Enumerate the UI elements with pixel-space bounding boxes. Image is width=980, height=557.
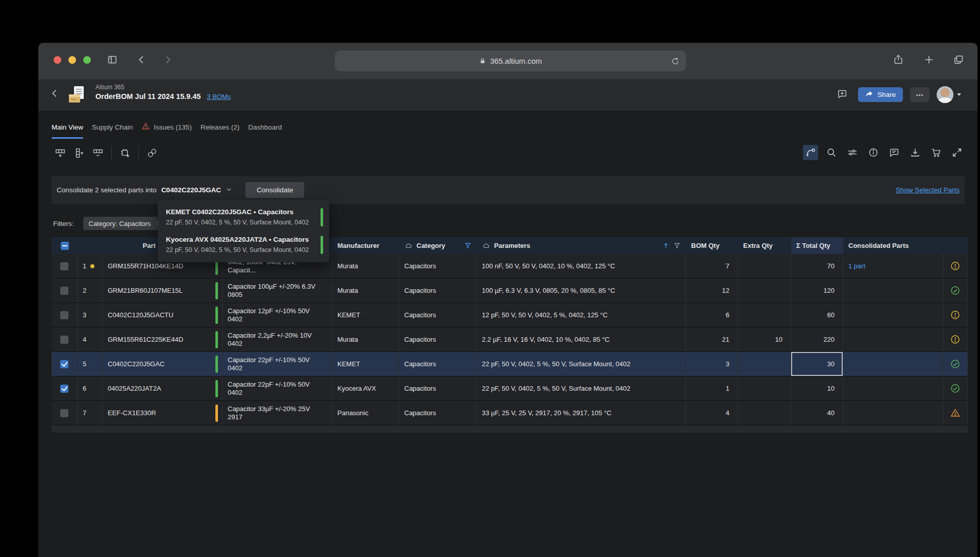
bom-qty-cell[interactable]: 1	[686, 376, 738, 400]
refresh-icon[interactable]	[671, 57, 680, 66]
category-cell[interactable]: Capacitors	[399, 278, 477, 302]
part-number-cell[interactable]: GRM155R61C225KE44D	[103, 327, 223, 351]
minimize-window-button[interactable]	[68, 56, 76, 64]
total-qty-cell[interactable]: 40	[791, 401, 843, 425]
parameters-cell[interactable]: 100 µF, 6.3 V, 6.3 V, 0805, 20 %, 0805, …	[477, 278, 686, 302]
total-qty-cell[interactable]: 10	[791, 376, 843, 400]
bom-qty-cell[interactable]: 12	[686, 278, 738, 302]
description-cell[interactable]: Capacitor 12pF +/-10% 50V 0402	[223, 303, 332, 327]
table-row[interactable]: 604025A220JAT2ACapacitor 22pF +/-10% 50V…	[52, 376, 968, 401]
avatar[interactable]	[937, 86, 953, 103]
description-cell[interactable]: Capacitor 2,2µF +/-20% 10V 0402	[223, 327, 332, 351]
table-row[interactable]: 5C0402C220J5GACCapacitor 22pF +/-10% 50V…	[52, 352, 968, 376]
manufacturer-cell[interactable]: Murata	[332, 254, 399, 278]
share-page-icon[interactable]	[892, 53, 905, 66]
row-checkbox[interactable]	[60, 311, 68, 319]
consolidated-parts-cell[interactable]	[843, 352, 943, 376]
category-cell[interactable]: Capacitors	[399, 352, 477, 376]
boms-link[interactable]: 3 BOMs	[207, 93, 231, 100]
remove-row-icon[interactable]	[91, 146, 105, 160]
parameters-cell[interactable]: 33 µF, 25 V, 25 V, 2917, 20 %, 2917, 105…	[477, 401, 686, 425]
category-cell[interactable]: Capacitors	[399, 327, 477, 351]
browser-back-icon[interactable]	[135, 53, 149, 66]
total-qty-cell[interactable]: 120	[791, 278, 843, 302]
table-row[interactable]: 7EEF-CX1E330RCapacitor 33µF +/-20% 25V 2…	[52, 401, 968, 425]
consolidated-parts-cell[interactable]: 1 part	[843, 254, 943, 278]
col-total-qty[interactable]: Σ Total Qty	[791, 237, 843, 254]
tune-icon[interactable]	[845, 145, 860, 160]
row-checkbox[interactable]	[60, 262, 68, 270]
consolidated-parts-cell[interactable]	[843, 278, 943, 302]
total-qty-cell[interactable]: 70	[791, 254, 843, 278]
col-bom-qty[interactable]: BOM Qty	[686, 237, 738, 254]
extra-qty-cell[interactable]	[738, 303, 791, 327]
consolidate-option[interactable]: Kyocera AVX 04025A220JAT2A • Capacitors2…	[158, 231, 329, 259]
col-category[interactable]: Category	[399, 237, 477, 254]
close-window-button[interactable]	[54, 56, 61, 64]
tab-issues-135[interactable]: Issues (135)	[141, 119, 191, 139]
row-checkbox[interactable]	[60, 385, 68, 393]
parameters-cell[interactable]: 12 pF, 50 V, 50 V, 0402, 5 %, 0402, 125 …	[477, 303, 686, 327]
tab-main-view[interactable]: Main View	[52, 119, 83, 139]
parameters-cell[interactable]: 22 pF, 50 V, 0402, 5 %, 50 V, Surface Mo…	[477, 352, 686, 376]
new-tab-icon[interactable]	[922, 53, 936, 66]
browser-forward-icon[interactable]	[161, 53, 174, 66]
download-icon[interactable]	[908, 145, 923, 160]
extra-qty-cell[interactable]	[738, 278, 791, 302]
warn-circle-status-icon[interactable]	[950, 261, 961, 271]
extra-qty-cell[interactable]	[738, 352, 791, 376]
total-qty-cell[interactable]: 30	[791, 352, 843, 376]
row-checkbox[interactable]	[60, 287, 68, 295]
extra-qty-cell[interactable]	[738, 376, 791, 400]
part-number-cell[interactable]: C0402C120J5GACTU	[103, 303, 223, 327]
feedback-button[interactable]	[834, 88, 851, 102]
tab-releases-2[interactable]: Releases (2)	[201, 119, 240, 139]
table-row[interactable]: 4GRM155R61C225KE44DCapacitor 2,2µF +/-20…	[52, 327, 968, 352]
consolidated-parts-cell[interactable]	[843, 303, 943, 327]
search-icon[interactable]	[824, 145, 839, 160]
cart-icon[interactable]	[928, 145, 944, 160]
add-part-icon[interactable]	[118, 146, 132, 160]
comment-icon[interactable]	[887, 145, 902, 160]
bom-qty-cell[interactable]: 21	[686, 327, 738, 351]
bom-qty-cell[interactable]: 3	[686, 352, 738, 376]
consolidate-button[interactable]: Consolidate	[246, 182, 304, 198]
extra-qty-cell[interactable]	[738, 254, 791, 278]
page-back-icon[interactable]	[50, 88, 63, 101]
category-cell[interactable]: Capacitors	[399, 254, 477, 278]
consolidated-parts-cell[interactable]	[843, 401, 943, 425]
parameters-cell[interactable]: 22 pF, 50 V, 0402, 5 %, 50 V, Surface Mo…	[477, 376, 686, 400]
merge-icon[interactable]	[803, 145, 818, 160]
description-cell[interactable]: Capacitor 22pF +/-10% 50V 0402	[223, 352, 332, 376]
bom-qty-cell[interactable]: 7	[686, 254, 738, 278]
consolidated-parts-cell[interactable]	[843, 327, 943, 351]
add-row-icon[interactable]	[53, 146, 67, 160]
bom-qty-cell[interactable]: 4	[686, 401, 738, 425]
consolidated-parts-link[interactable]: 1 part	[848, 262, 865, 270]
share-button[interactable]: Share	[858, 87, 903, 102]
part-number-cell[interactable]: 04025A220JAT2A	[103, 376, 223, 400]
sort-ascending-icon[interactable]	[662, 242, 670, 249]
warn-circle-status-icon[interactable]	[950, 334, 961, 345]
manufacturer-cell[interactable]: KEMET	[332, 352, 399, 376]
check-circle-status-icon[interactable]	[950, 285, 961, 296]
check-circle-status-icon[interactable]	[950, 383, 961, 394]
col-consolidated-parts[interactable]: Consolidated Parts	[843, 237, 943, 254]
filter-icon[interactable]	[464, 242, 472, 249]
description-cell[interactable]: Capacitor 33µF +/-20% 25V 2917	[223, 401, 332, 425]
manufacturer-cell[interactable]: Panasonic	[332, 401, 399, 425]
total-qty-cell[interactable]: 220	[791, 327, 843, 351]
table-row[interactable]: 2GRM21BR60J107ME15LCapacitor 100µF +/-20…	[52, 278, 968, 303]
tab-overview-icon[interactable]	[952, 53, 965, 66]
extra-qty-cell[interactable]	[738, 401, 791, 425]
info-icon[interactable]	[866, 145, 881, 160]
category-cell[interactable]: Capacitors	[399, 376, 477, 400]
description-cell[interactable]: Capacitor 22pF +/-10% 50V 0402	[223, 376, 332, 400]
category-cell[interactable]: Capacitors	[399, 401, 477, 425]
tab-dashboard[interactable]: Dashboard	[248, 119, 282, 139]
user-menu[interactable]	[937, 86, 961, 103]
more-actions-button[interactable]: •••	[910, 87, 929, 102]
show-selected-parts-link[interactable]: Show Selected Parts	[896, 186, 960, 194]
col-manufacturer[interactable]: Manufacturer	[332, 237, 399, 254]
add-column-icon[interactable]	[72, 146, 86, 160]
